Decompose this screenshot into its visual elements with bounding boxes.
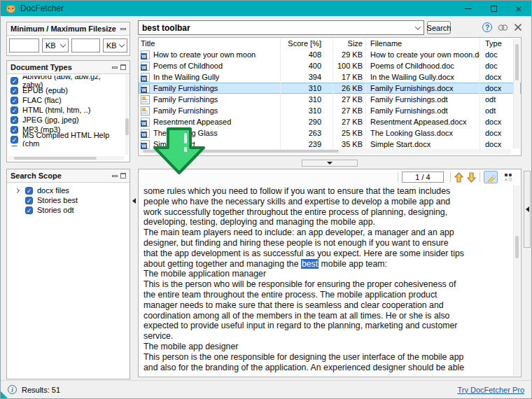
preferences-rings-icon[interactable]: [498, 24, 508, 31]
result-size: 26 KB: [332, 83, 365, 94]
filesize-panel-title: Minimum / Maximum Filesize: [10, 24, 116, 33]
preview-line: and also for the branding of the applica…: [144, 363, 510, 373]
checked-checkbox[interactable]: ✓: [10, 126, 18, 134]
document-types-panel: Document Types ✓AbiWord (abw, abw.gz, za…: [6, 60, 130, 162]
preview-collapse-button[interactable]: [302, 160, 358, 167]
result-size: 27 KB: [332, 116, 365, 127]
result-row[interactable]: How to create your own moon40829 KBHow t…: [139, 49, 521, 60]
minimize-button[interactable]: [456, 1, 481, 16]
doc-type-item[interactable]: ✓AbiWord (abw, abw.gz, zabw): [8, 76, 125, 85]
result-row[interactable]: In the Wailing Gully39417 KBIn the Waili…: [139, 71, 521, 83]
result-row[interactable]: Family Furnishings31027 KBFamily Furnish…: [139, 105, 521, 116]
results-table-header: TitleScore [%]SizeFilenameType: [139, 38, 521, 49]
word-doc-icon: [141, 84, 150, 93]
doc-types-horizontal-scrollbar[interactable]: [8, 156, 124, 160]
checked-checkbox[interactable]: ✓: [10, 87, 18, 94]
word-doc-icon: [141, 73, 150, 82]
doc-type-item[interactable]: ✓MS Compiled HTML Help (chm: [8, 134, 125, 144]
panel-maximize-icon[interactable]: [120, 173, 126, 178]
column-header[interactable]: Filename: [365, 38, 479, 49]
result-type: docx: [479, 116, 513, 127]
result-filename: How to create your own moon.doc: [365, 49, 479, 60]
next-occurrence-button[interactable]: [467, 172, 476, 183]
result-row[interactable]: Resentment Appeased29027 KBResentment Ap…: [139, 116, 521, 127]
doc-type-label: FLAC (flac): [22, 96, 62, 104]
panel-maximize-icon[interactable]: [120, 64, 126, 70]
checked-checkbox[interactable]: ✓: [10, 146, 18, 147]
scope-item[interactable]: ✓Stories odt: [7, 205, 130, 215]
maximize-button[interactable]: [481, 1, 506, 16]
search-button[interactable]: Search: [427, 21, 451, 34]
try-docfetcher-pro-link[interactable]: Try DocFetcher Pro: [457, 386, 524, 394]
checked-checkbox[interactable]: ✓: [10, 106, 18, 114]
panel-collapse-icon[interactable]: [120, 28, 126, 30]
close-button[interactable]: ×: [506, 1, 531, 16]
checked-checkbox[interactable]: ✓: [10, 136, 18, 144]
checked-checkbox[interactable]: ✓: [25, 206, 33, 214]
result-type: docx: [479, 83, 513, 94]
scope-item[interactable]: ✓Stories best: [7, 195, 130, 205]
word-doc-icon: [141, 118, 150, 127]
result-type: doc: [479, 49, 513, 60]
max-filesize-input[interactable]: [71, 38, 100, 52]
result-row[interactable]: Family Furnishings31027 KBFamily Furnish…: [139, 94, 521, 105]
checked-checkbox[interactable]: ✓: [25, 187, 33, 195]
result-row[interactable]: Family Furnishings31026 KBFamily Furnish…: [139, 83, 521, 94]
result-score: 263: [280, 127, 332, 139]
search-combo: [138, 20, 424, 35]
preview-text[interactable]: some rules which you need to follow if y…: [144, 186, 510, 374]
result-title: Family Furnishings: [153, 84, 218, 92]
result-size: 27 KB: [332, 94, 365, 105]
result-filename: The Looking Glass.docx: [365, 127, 479, 139]
column-header[interactable]: Score [%]: [280, 38, 332, 49]
results-vertical-scrollbar[interactable]: [513, 38, 520, 148]
app-logo-icon: [6, 4, 16, 13]
highlighter-icon: [486, 172, 496, 182]
panel-collapse-icon[interactable]: [112, 66, 118, 69]
preview-vertical-scrollbar[interactable]: [513, 186, 520, 376]
preview-line: The mobile application manager: [144, 269, 510, 279]
checked-checkbox[interactable]: ✓: [10, 77, 18, 85]
document-types-list: ✓AbiWord (abw, abw.gz, zabw)✓EPUB (epub)…: [8, 76, 125, 146]
layout-shapes-icon: [504, 173, 512, 181]
tray-close-icon[interactable]: [514, 23, 522, 31]
doc-types-vertical-scrollbar[interactable]: [125, 75, 129, 155]
min-filesize-input[interactable]: [9, 38, 39, 52]
search-history-dropdown[interactable]: [412, 26, 424, 30]
min-filesize-unit-select[interactable]: KB: [42, 38, 69, 52]
sidebar-collapse-sash[interactable]: [131, 195, 137, 206]
help-icon[interactable]: ?: [482, 22, 492, 32]
highlighting-toggle-button[interactable]: [484, 171, 498, 183]
scope-item[interactable]: ✓docx files: [7, 186, 130, 195]
result-filename: Simple Start.docx: [365, 139, 479, 150]
column-header[interactable]: Size: [332, 38, 365, 49]
chevron-down-icon: [415, 24, 421, 29]
previous-occurrence-button[interactable]: [454, 172, 463, 183]
result-type: doc: [479, 60, 513, 71]
max-filesize-unit-select[interactable]: KB: [103, 38, 127, 52]
doc-type-item[interactable]: ✓HTML (html, htm, ..): [8, 105, 125, 115]
doc-type-item[interactable]: ✓FLAC (flac): [8, 95, 125, 105]
word-doc-icon: [141, 50, 150, 59]
search-scope-title: Search Scope: [10, 172, 62, 180]
search-input[interactable]: [139, 23, 412, 33]
docfetcher-window: DocFetcher × Minimum / Maximum Filesize …: [0, 0, 532, 399]
result-score: 394: [280, 71, 332, 83]
expand-chevron-icon[interactable]: [15, 188, 20, 192]
close-icon: ×: [516, 4, 522, 14]
column-header[interactable]: Title: [139, 38, 280, 49]
collapse-left-icon: [526, 206, 529, 212]
word-doc-icon: [141, 62, 150, 71]
result-row[interactable]: Poems of Childhood400100 KBPoems of Chil…: [139, 60, 521, 71]
checked-checkbox[interactable]: ✓: [25, 197, 33, 204]
collapse-left-icon: [132, 198, 136, 204]
minimize-icon: [465, 8, 472, 9]
panel-collapse-icon[interactable]: [112, 175, 118, 177]
page-indicator[interactable]: 1 / 4: [402, 172, 444, 183]
checked-checkbox[interactable]: ✓: [10, 116, 18, 124]
column-header[interactable]: Type: [479, 38, 513, 49]
right-collapse-sash[interactable]: [524, 171, 531, 248]
doc-type-item[interactable]: ✓JPEG (jpg, jpeg): [8, 115, 125, 125]
text-only-toggle-button[interactable]: [501, 171, 515, 183]
checked-checkbox[interactable]: ✓: [10, 97, 18, 104]
